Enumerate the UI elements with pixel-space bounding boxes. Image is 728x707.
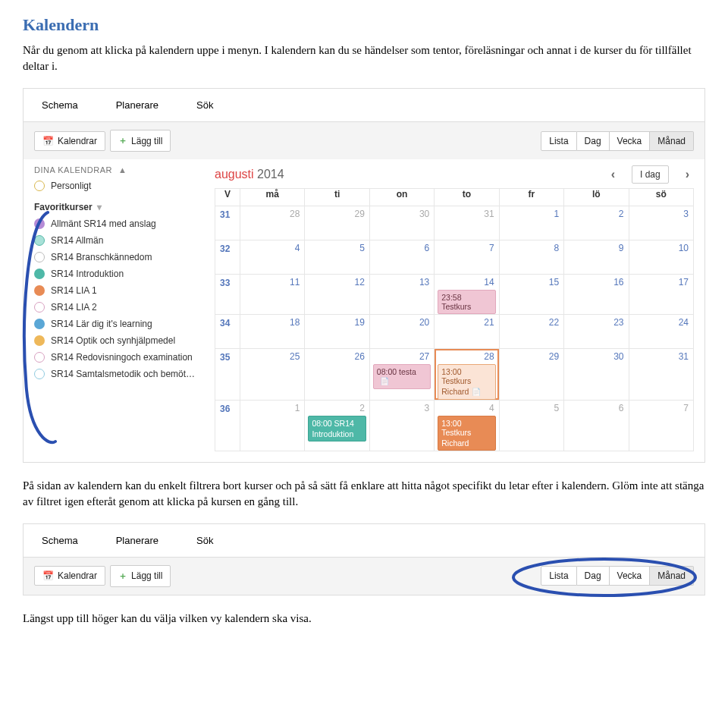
calendar-event-line: Richard [441,438,491,448]
week-number: 36 [220,404,230,414]
day-cell[interactable]: 13 [369,275,434,315]
day-number: 3 [683,209,689,219]
day-cell[interactable]: 16 [564,275,629,315]
view-vecka-2[interactable]: Vecka [610,566,651,586]
day-cell[interactable]: 3 [629,206,693,240]
day-number: 10 [679,243,689,253]
day-cell[interactable]: 18 [240,315,305,349]
view-lista[interactable]: Lista [541,131,576,151]
sidebar-course-item[interactable]: SR14 Introduktion [34,266,199,282]
calendars-button-2[interactable]: 📅 Kalendrar [34,566,105,586]
day-cell[interactable]: 25 [240,349,305,401]
day-cell[interactable]: 24 [629,315,693,349]
day-cell[interactable]: 17 [629,275,693,315]
day-cell[interactable]: 2813:00 TestkursRichard📄 [435,349,499,401]
sidebar-course-item[interactable]: SR14 Branschkännedom [34,249,199,266]
day-cell[interactable]: 30 [369,206,434,240]
tab-schema[interactable]: Schema [42,99,78,111]
add-button-2[interactable]: ＋ Lägg till [110,565,171,587]
day-cell[interactable]: 7 [435,240,499,275]
sidebar-course-item[interactable]: Allmänt SR14 med anslag [34,215,199,232]
view-manad[interactable]: Månad [650,131,694,151]
day-cell[interactable]: 31 [435,206,499,240]
weekday-header: to [435,189,499,206]
tab-planerare-2[interactable]: Planerare [116,535,158,546]
sidebar-course-item[interactable]: SR14 Redovisningoch examination [34,349,199,366]
calendar-main: augusti 2014 ‹ I dag › Vmåtiontofrlösö 3… [207,159,704,462]
sidebar-course-item[interactable]: SR14 Allmän [34,232,199,249]
day-cell[interactable]: 2708:00 testa📄 [369,349,434,401]
day-cell[interactable]: 413:00 TestkursRichard [435,400,499,451]
calendar-event[interactable]: 08:00 testa📄 [373,364,431,389]
day-cell[interactable]: 19 [305,315,369,349]
calendar-screenshot-1: Schema Planerare Sök 📅 Kalendrar ＋ Lägg … [23,88,705,463]
day-number: 12 [354,277,364,288]
view-vecka[interactable]: Vecka [610,131,651,151]
tab-sok[interactable]: Sök [196,99,213,111]
tab-schema-2[interactable]: Schema [42,535,78,546]
toolbar-row: 📅 Kalendrar ＋ Lägg till Lista Dag Vecka … [24,122,704,159]
today-button[interactable]: I dag [632,165,669,184]
sidebar-fav-title-text: Favoritkurser [34,202,93,212]
day-cell[interactable]: 208:00 SR14Introduktion [305,400,369,451]
tab-planerare[interactable]: Planerare [116,99,158,111]
day-cell[interactable]: 1 [240,400,305,451]
day-cell[interactable]: 6 [564,400,629,451]
sidebar-fav-title[interactable]: Favoritkurser ▾ [34,202,199,212]
calendar-event[interactable]: 23:58 Testkurs [438,290,495,314]
day-cell[interactable]: 9 [564,240,629,275]
day-cell[interactable]: 26 [305,349,369,401]
day-cell[interactable]: 31 [629,349,693,401]
day-cell[interactable]: 10 [629,240,693,275]
calendar-event[interactable]: 13:00 TestkursRichard📄 [438,364,495,400]
day-cell[interactable]: 23 [564,315,629,349]
view-manad-2[interactable]: Månad [650,566,694,586]
day-cell[interactable]: 5 [305,240,369,275]
day-cell[interactable]: 21 [435,315,499,349]
day-cell[interactable]: 1423:58 Testkurs [435,275,499,315]
color-dot [34,235,45,246]
day-number: 1 [554,209,559,219]
day-cell[interactable]: 29 [305,206,369,240]
sidebar-personal[interactable]: Personligt [34,178,199,194]
day-cell[interactable]: 8 [499,240,563,275]
view-dag-2[interactable]: Dag [577,566,610,586]
day-cell[interactable]: 11 [240,275,305,315]
day-cell[interactable]: 7 [629,400,693,451]
calendar-event[interactable]: 08:00 SR14Introduktion [308,416,366,441]
day-cell[interactable]: 5 [499,400,563,451]
day-cell[interactable]: 1 [499,206,563,240]
calendar-event-line: Introduktion [312,429,362,438]
tabs-row-2: Schema Planerare Sök [24,524,704,558]
sidebar-course-item[interactable]: SR14 Samtalsmetodik och bemöt… [34,366,199,382]
view-lista-2[interactable]: Lista [541,566,576,586]
calendar-event[interactable]: 13:00 TestkursRichard [438,416,495,451]
day-cell[interactable]: 3 [369,400,434,451]
add-button[interactable]: ＋ Lägg till [110,130,171,152]
sidebar-course-item[interactable]: SR14 Optik och synhjälpmedel [34,332,199,349]
day-cell[interactable]: 4 [240,240,305,275]
calendar-screenshot-2: Schema Planerare Sök 📅 Kalendrar ＋ Lägg … [23,523,705,595]
day-cell[interactable]: 12 [305,275,369,315]
day-cell[interactable]: 22 [499,315,563,349]
view-dag[interactable]: Dag [577,131,610,151]
calendars-label: Kalendrar [58,136,97,146]
day-cell[interactable]: 6 [369,240,434,275]
prev-month[interactable]: ‹ [607,166,620,183]
tab-sok-2[interactable]: Sök [196,535,213,546]
sidebar-course-item[interactable]: SR14 Lär dig it's learning [34,316,199,332]
day-cell[interactable]: 30 [564,349,629,401]
add-label: Lägg till [131,136,162,146]
day-cell[interactable]: 28 [240,206,305,240]
collapse-icon[interactable]: ▲ [118,165,127,174]
doc-paragraph-2: På sidan av kalendern kan du enkelt filt… [23,478,705,510]
sidebar-course-item[interactable]: SR14 LIA 1 [34,282,199,299]
day-cell[interactable]: 20 [369,315,434,349]
next-month[interactable]: › [681,166,694,183]
day-number: 27 [419,351,429,362]
sidebar-course-item[interactable]: SR14 LIA 2 [34,299,199,316]
day-cell[interactable]: 2 [564,206,629,240]
day-cell[interactable]: 29 [499,349,563,401]
day-cell[interactable]: 15 [499,275,563,315]
calendars-button[interactable]: 📅 Kalendrar [34,131,105,151]
